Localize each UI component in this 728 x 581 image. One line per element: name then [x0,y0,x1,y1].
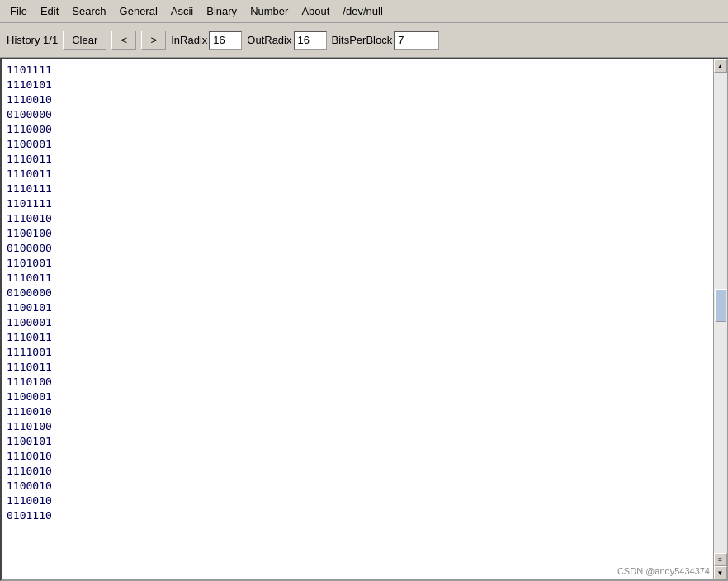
prev-button[interactable]: < [111,31,136,50]
bitsperblock-label: BitsPerBlock [332,34,393,46]
menubar: File Edit Search General Ascii Binary Nu… [0,0,728,23]
binary-line: 1110011 [7,271,708,286]
menu-search[interactable]: Search [65,3,112,19]
binary-line: 1100001 [7,315,708,330]
binary-line: 1101111 [7,196,708,211]
menu-number[interactable]: Number [243,3,295,19]
binary-line: 1110000 [7,122,708,137]
binary-line: 1110010 [7,211,708,226]
binary-line: 0101110 [7,508,708,523]
menu-general[interactable]: General [113,3,164,19]
binary-line: 1111001 [7,345,708,360]
menu-binary[interactable]: Binary [200,3,243,19]
scroll-grip[interactable]: ≡ [714,553,727,566]
binary-line: 1110010 [7,494,708,508]
binary-line: 1110101 [7,78,708,92]
clear-button[interactable]: Clear [63,31,106,50]
binary-line: 1110111 [7,182,708,196]
watermark: CSDN @andy5434374 [617,566,710,576]
inradix-group: InRadix [171,31,242,50]
binary-line: 1100001 [7,390,708,404]
binary-line: 0100000 [7,107,708,122]
binary-line: 1100101 [7,434,708,449]
outradix-group: OutRadix [247,31,326,50]
binary-line: 1110100 [7,375,708,390]
binary-line: 1101001 [7,256,708,271]
binary-line: 1110011 [7,360,708,375]
toolbar: History 1/1 Clear < > InRadix OutRadix B… [0,23,728,58]
next-button[interactable]: > [141,31,166,50]
binary-line: 1100100 [7,226,708,241]
binary-line: 0100000 [7,241,708,256]
binary-line: 0100000 [7,286,708,300]
scroll-thumb[interactable] [715,289,726,322]
bitsperblock-group: BitsPerBlock [332,31,440,50]
menu-devnull[interactable]: /dev/null [336,3,389,19]
binary-line: 1100001 [7,137,708,152]
binary-line: 1110010 [7,464,708,479]
scroll-down-button[interactable]: ▼ [714,566,727,579]
binary-line: 1110011 [7,167,708,182]
bitsperblock-input[interactable] [394,31,439,50]
scroll-up-button[interactable]: ▲ [714,59,727,73]
outradix-input[interactable] [294,31,327,50]
scrollbar[interactable]: ▲ ≡ ▼ [713,59,726,579]
binary-line: 1110011 [7,330,708,345]
menu-edit[interactable]: Edit [34,3,65,19]
binary-line: 1110010 [7,92,708,107]
main-content: 1101111111010111100100100000111000011000… [0,58,728,581]
binary-line: 1101111 [7,63,708,78]
outradix-label: OutRadix [247,34,291,46]
binary-output: 1101111111010111100100100000111000011000… [2,59,713,579]
binary-line: 1110011 [7,152,708,167]
scroll-track[interactable] [714,73,727,553]
inradix-input[interactable] [209,31,242,50]
binary-line: 1100010 [7,479,708,494]
binary-line: 1100101 [7,300,708,315]
binary-line: 1110100 [7,419,708,434]
inradix-label: InRadix [171,34,207,46]
menu-about[interactable]: About [295,3,336,19]
binary-line: 1110010 [7,404,708,419]
binary-line: 1110010 [7,449,708,464]
menu-ascii[interactable]: Ascii [164,3,200,19]
history-label: History 1/1 [7,34,58,46]
menu-file[interactable]: File [3,3,34,19]
